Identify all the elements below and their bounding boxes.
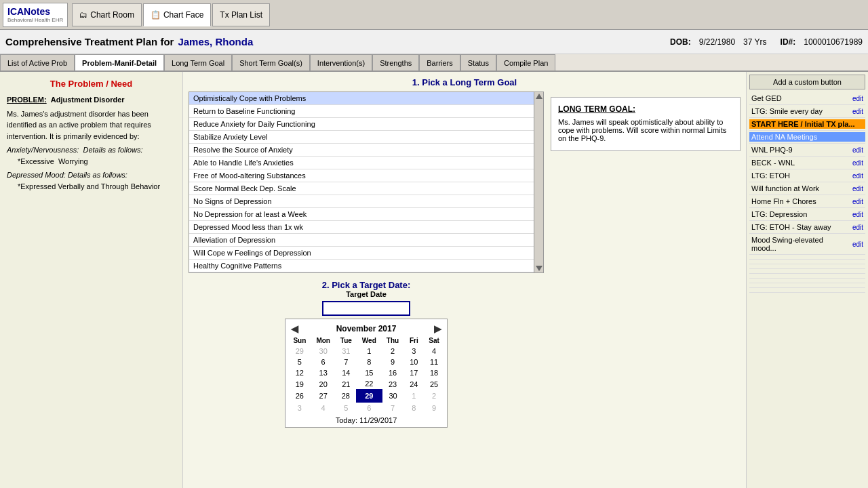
calendar-day[interactable]: 19 [288, 378, 311, 390]
calendar-day[interactable]: 9 [424, 402, 444, 413]
goal-item[interactable]: Resolve the Source of Anxiety [189, 144, 534, 157]
goal-item[interactable]: Depressed Mood less than 1x wk [189, 221, 534, 234]
custom-button-label[interactable] [749, 285, 865, 286]
tab-active-prob[interactable]: List of Active Prob [0, 54, 75, 70]
custom-button-label[interactable]: LTG: Depression [749, 209, 850, 219]
custom-button-edit[interactable]: edit [850, 172, 865, 180]
tab-status[interactable]: Status [460, 54, 496, 70]
calendar-day[interactable]: 7 [382, 402, 404, 413]
goal-item[interactable]: Return to Baseline Functioning [189, 105, 534, 118]
calendar-day[interactable]: 29 [357, 390, 382, 402]
custom-button-edit[interactable]: edit [850, 241, 865, 248]
custom-button-label[interactable] [749, 261, 865, 262]
calendar-day[interactable]: 10 [403, 357, 424, 367]
calendar-day[interactable]: 1 [403, 390, 424, 402]
calendar-day[interactable]: 6 [311, 357, 336, 367]
calendar-day[interactable]: 23 [382, 378, 404, 390]
calendar-day[interactable]: 13 [311, 367, 336, 378]
calendar-day[interactable]: 24 [403, 378, 424, 390]
custom-button-edit[interactable]: edit [850, 185, 865, 192]
goal-item[interactable]: Healthy Cognitive Patterns [189, 260, 534, 272]
calendar-day[interactable]: 8 [403, 402, 424, 413]
calendar-day[interactable]: 26 [288, 390, 311, 402]
scroll-up-arrow[interactable] [536, 94, 542, 99]
tab-strengths[interactable]: Strengths [372, 54, 419, 70]
calendar-day[interactable]: 18 [424, 367, 444, 378]
custom-button-edit[interactable]: edit [850, 108, 865, 115]
calendar-day[interactable]: 5 [288, 357, 311, 367]
calendar-day[interactable]: 7 [336, 357, 357, 367]
tab-barriers[interactable]: Barriers [419, 54, 460, 70]
custom-button-label[interactable]: START HERE / Initial TX pla... [749, 119, 865, 129]
goal-item[interactable]: No Signs of Depression [189, 195, 534, 208]
goal-item[interactable]: No Depression for at least a Week [189, 208, 534, 221]
calendar-day[interactable]: 20 [311, 378, 336, 390]
goal-item[interactable]: Reduce Anxiety for Daily Functioning [189, 118, 534, 131]
goal-item[interactable]: Stabilize Anxiety Level [189, 131, 534, 144]
calendar-day[interactable]: 9 [382, 357, 404, 367]
nav-chart-face[interactable]: 📋 Chart Face [143, 3, 211, 26]
custom-button-label[interactable]: LTG: Smile every day [749, 106, 850, 116]
calendar-day[interactable]: 3 [288, 402, 311, 413]
goal-item[interactable]: Optimistically Cope with Problems [189, 92, 534, 105]
calendar-next[interactable]: ▶ [434, 323, 441, 334]
custom-button-label[interactable] [749, 280, 865, 281]
nav-chart-room[interactable]: 🗂 Chart Room [72, 3, 142, 26]
calendar-day[interactable]: 2 [382, 346, 404, 357]
custom-button-label[interactable] [749, 289, 865, 291]
custom-button-label[interactable]: BECK - WNL [749, 158, 850, 167]
goal-item[interactable]: Free of Mood-altering Substances [189, 169, 534, 182]
custom-button-label[interactable]: Get GED [749, 94, 850, 103]
goal-item[interactable]: Able to Handle Life's Anxieties [189, 157, 534, 169]
calendar-day[interactable]: 12 [288, 367, 311, 378]
calendar-day[interactable]: 3 [403, 346, 424, 357]
calendar-day[interactable]: 29 [288, 346, 311, 357]
custom-button-label[interactable]: LTG: ETOH [749, 171, 850, 180]
calendar-day[interactable]: 11 [424, 357, 444, 367]
calendar-day[interactable]: 30 [382, 390, 404, 402]
custom-button-label[interactable] [749, 256, 865, 258]
tab-compile[interactable]: Compile Plan [496, 54, 555, 70]
goal-item[interactable]: Score Normal Beck Dep. Scale [189, 182, 534, 195]
calendar-day[interactable]: 17 [403, 367, 424, 378]
custom-button-label[interactable] [749, 266, 865, 267]
calendar-day[interactable]: 25 [424, 378, 444, 390]
calendar-day[interactable]: 31 [336, 346, 357, 357]
target-date-input[interactable] [322, 301, 410, 316]
tab-long-term[interactable]: Long Term Goal [164, 54, 232, 70]
calendar-day[interactable]: 21 [336, 378, 357, 390]
tab-intervention[interactable]: Intervention(s) [310, 54, 372, 70]
custom-button-label[interactable]: WNL PHQ-9 [749, 145, 850, 155]
calendar-day[interactable]: 5 [336, 402, 357, 413]
custom-button-edit[interactable]: edit [850, 224, 865, 231]
goal-item[interactable]: Will Cope w Feelings of Depression [189, 247, 534, 260]
calendar-day[interactable]: 15 [357, 367, 382, 378]
calendar-day[interactable]: 8 [357, 357, 382, 367]
add-custom-button[interactable]: Add a custom button [749, 75, 865, 89]
calendar-day[interactable]: 4 [424, 346, 444, 357]
custom-button-edit[interactable]: edit [850, 146, 865, 154]
custom-button-label[interactable]: Will function at Work [749, 184, 850, 193]
calendar-day[interactable]: 4 [311, 402, 336, 413]
goal-items[interactable]: Optimistically Cope with ProblemsReturn … [189, 92, 543, 272]
calendar-day[interactable]: 1 [357, 346, 382, 357]
custom-button-edit[interactable]: edit [850, 95, 865, 102]
custom-button-label[interactable] [749, 275, 865, 277]
goal-item[interactable]: Alleviation of Depression [189, 234, 534, 247]
calendar-body[interactable]: 2930311234567891011121314151617181920212… [288, 346, 444, 413]
calendar-day[interactable]: 16 [382, 367, 404, 378]
calendar-day[interactable]: 27 [311, 390, 336, 402]
custom-button-edit[interactable]: edit [850, 211, 865, 218]
calendar-day[interactable]: 28 [336, 390, 357, 402]
tab-problem-manif[interactable]: Problem-Manif-Detail [75, 54, 164, 70]
custom-button-label[interactable] [749, 270, 865, 272]
custom-button-edit[interactable]: edit [850, 198, 865, 205]
custom-button-label[interactable]: Mood Swing-elevated mood... [749, 235, 850, 253]
calendar-day[interactable]: 22 [357, 378, 382, 390]
scroll-down-arrow[interactable] [536, 266, 542, 271]
scrollbar[interactable] [534, 92, 543, 272]
tab-short-term[interactable]: Short Term Goal(s) [232, 54, 310, 70]
calendar-day[interactable]: 2 [424, 390, 444, 402]
calendar-prev[interactable]: ◀ [291, 323, 298, 334]
nav-tx-plan-list[interactable]: Tx Plan List [212, 3, 270, 26]
